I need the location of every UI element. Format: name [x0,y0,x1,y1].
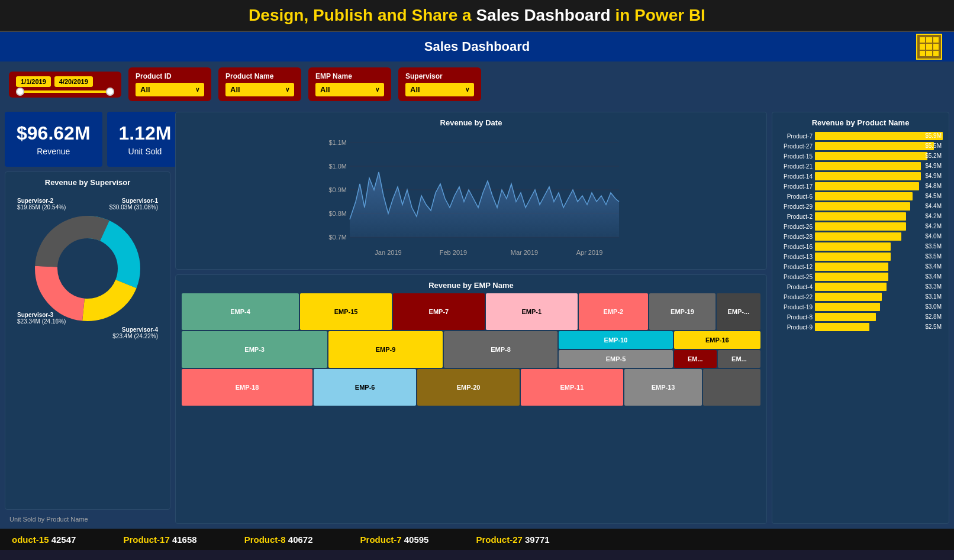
slider-thumb-right[interactable] [106,88,114,96]
product-bar-title: Revenue by Product Name [778,118,943,127]
filters-row: 1/1/2019 4/20/2019 Product ID All ∨ Prod… [0,61,954,107]
bar-value: $4.9M [925,162,942,170]
emp-chart-title: Revenue by EMP Name [182,281,760,290]
bar-row: Product-2 $4.2M [778,212,943,221]
bar-fill [815,212,906,221]
emp9-cell: EMP-9 [328,331,442,368]
emp-name-chevron: ∨ [375,86,379,93]
emp10-cell: EMP-10 [559,331,672,349]
center-column: Revenue by Date $1.1M $1.0M $0.9M $0.8M … [175,112,767,524]
bar-value: $4.5M [925,192,942,200]
date-end: 4/20/2019 [54,76,93,87]
main-title: Design, Publish and Share a Sales Dashbo… [0,6,954,25]
supervisor-donut-card: Revenue by Supervisor Superv [5,171,170,510]
date-filter[interactable]: 1/1/2019 4/20/2019 [9,72,121,98]
bar-track: $3.0M [815,303,943,311]
bar-fill [815,323,869,331]
supervisor-value[interactable]: All ∨ [405,83,474,96]
bar-fill [815,242,891,251]
bar-value: $3.4M [925,273,942,281]
sup2-label: Supervisor-2 $19.85M (20.54%) [17,198,66,211]
em-extra3-cell: EM... [718,350,760,368]
revenue-label: Revenue [17,147,91,156]
svg-text:Mar 2019: Mar 2019 [511,249,538,256]
ticker-item-2: Product-8 40672 [244,535,313,545]
bar-label: Product-9 [778,324,813,331]
emp20-cell: EMP-20 [417,369,520,406]
product-id-filter[interactable]: Product ID All ∨ [128,67,211,101]
bar-label: Product-7 [778,133,813,140]
dashboard-title: Sales Dashboard [424,39,530,54]
left-column: $96.62M Revenue 1.12M Unit Sold Revenue … [5,112,170,524]
emp7-cell: EMP-7 [393,293,485,330]
unit-sold-label: Unit Sold by Product Name [5,514,170,524]
revenue-kpi: $96.62M Revenue [5,112,102,167]
bar-row: Product-26 $4.2M [778,222,943,231]
bar-value: $2.8M [925,313,942,321]
bar-track: $4.4M [815,202,943,211]
bar-track: $4.2M [815,212,943,221]
bar-row: Product-7 $5.9M [778,132,943,140]
title-part2: Sales Dashboard [476,6,610,24]
bar-track: $5.2M [815,152,943,160]
bar-fill [815,192,913,200]
emp-name-filter[interactable]: EMP Name All ∨ [308,67,391,101]
bar-row: Product-15 $5.2M [778,152,943,160]
bar-row: Product-13 $3.5M [778,253,943,261]
bar-row: Product-28 $4.0M [778,232,943,241]
bar-fill [815,253,891,261]
bar-label: Product-27 [778,143,813,150]
revenue-value: $96.62M [17,122,91,144]
product-id-value[interactable]: All ∨ [136,83,204,96]
emp2-cell: EMP-2 [579,293,649,330]
title-part1: Design, Publish and Share a [249,6,476,24]
bar-track: $3.5M [815,242,943,251]
bar-value: $2.5M [925,323,942,331]
bar-fill [815,293,882,301]
date-slider-track[interactable] [16,90,114,93]
units-kpi: 1.12M Unit Sold [107,112,183,167]
slider-thumb-left[interactable] [16,88,24,96]
bar-value: $3.4M [925,263,942,271]
bar-track: $4.0M [815,232,943,241]
emp-mini-row: EM... EM... [674,350,760,368]
bar-row: Product-9 $2.5M [778,323,943,331]
bar-value: $4.9M [925,172,942,180]
bar-fill [815,263,888,271]
bar-row: Product-6 $4.5M [778,192,943,200]
bar-value: $4.8M [925,182,942,190]
bar-track: $5.9M [815,132,943,140]
main-content: $96.62M Revenue 1.12M Unit Sold Revenue … [0,107,954,529]
product-name-label: Product Name [225,72,294,80]
treemap-row3: EMP-18 EMP-6 EMP-20 EMP-11 EMP-13 [182,369,760,406]
bar-track: $5.5M [815,142,943,150]
bar-value: $5.9M [925,132,942,140]
kpi-row: $96.62M Revenue 1.12M Unit Sold [5,112,170,167]
emp13-cell: EMP-13 [624,369,702,406]
product-id-chevron: ∨ [195,86,199,93]
emp-right-stack: EMP-10 EMP-5 [559,331,672,368]
bar-value: $3.3M [925,283,942,291]
ticker-item-0: oduct-15 42547 [12,535,76,545]
ticker-bar: oduct-15 42547 Product-17 41658 Product-… [0,529,954,550]
emp-name-label: EMP Name [315,72,384,80]
supervisor-chevron: ∨ [465,86,469,93]
product-name-value[interactable]: All ∨ [225,83,294,96]
bar-row: Product-16 $3.5M [778,242,943,251]
bar-track: $2.8M [815,313,943,321]
bar-value: $4.2M [925,222,942,231]
product-name-filter[interactable]: Product Name All ∨ [218,67,301,101]
bar-row: Product-12 $3.4M [778,263,943,271]
emp-treemap-card: Revenue by EMP Name EMP-4 EMP-15 EMP-7 E… [175,274,767,524]
bar-label: Product-22 [778,294,813,300]
bar-fill [815,313,876,321]
bar-row: Product-4 $3.3M [778,283,943,291]
bar-label: Product-6 [778,193,813,200]
bar-track: $4.5M [815,192,943,200]
emp1-cell: EMP-1 [486,293,578,330]
emp-name-value[interactable]: All ∨ [315,83,384,96]
bar-value: $3.0M [925,303,942,311]
supervisor-filter[interactable]: Supervisor All ∨ [398,67,481,101]
ticker-item-1: Product-17 41658 [123,535,196,545]
emp15-cell: EMP-15 [300,293,392,330]
